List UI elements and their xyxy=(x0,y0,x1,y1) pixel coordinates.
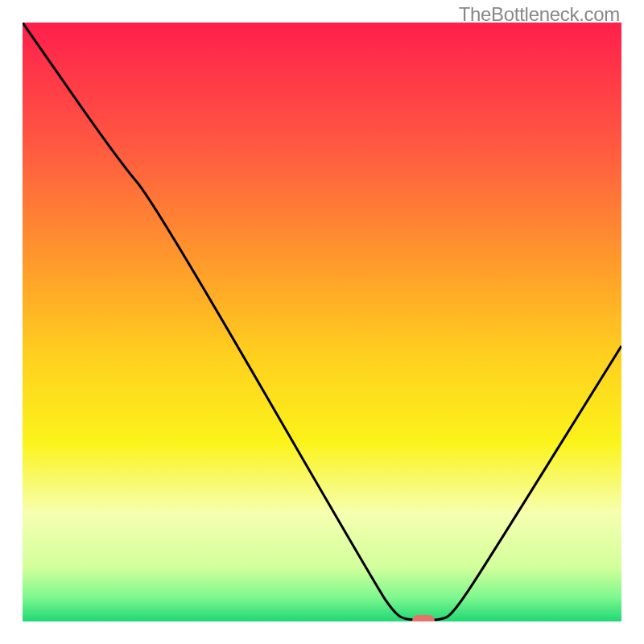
chart-container: TheBottleneck.com xyxy=(0,0,644,644)
curve-line xyxy=(23,23,621,621)
curve-layer xyxy=(23,23,621,621)
optimal-point-marker xyxy=(412,615,435,622)
plot-area xyxy=(23,23,621,621)
